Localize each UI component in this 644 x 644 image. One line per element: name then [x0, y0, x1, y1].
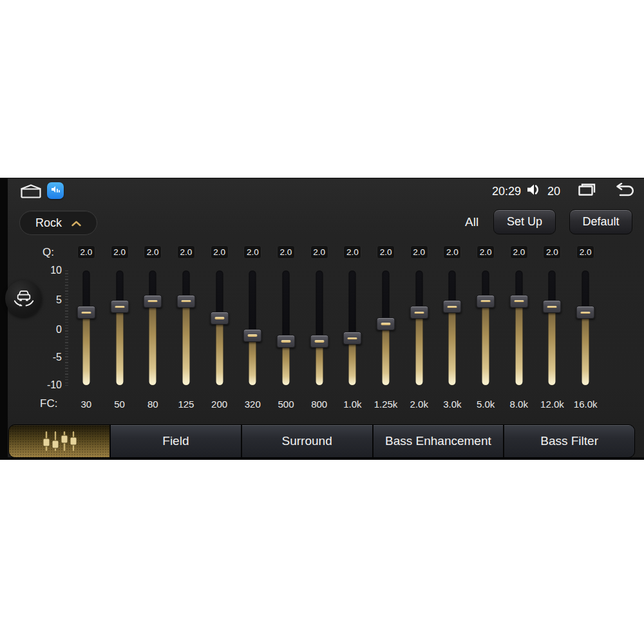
- fc-label-8.0k: 8.0k: [510, 399, 528, 410]
- thumb-dash: [281, 340, 290, 343]
- slider-thumb-1.25k[interactable]: [377, 317, 395, 330]
- slider-thumb-16.0k[interactable]: [576, 306, 595, 319]
- slider-fill: [482, 301, 489, 386]
- all-label[interactable]: All: [465, 215, 478, 229]
- eq-band-slider-3.0k[interactable]: [436, 270, 469, 385]
- setup-button[interactable]: Set Up: [493, 209, 556, 234]
- slider-thumb-2.0k[interactable]: [410, 306, 428, 319]
- tab-label-bass-enhancement: Bass Enhancement: [385, 434, 491, 448]
- eq-band-slider-1.0k[interactable]: [336, 270, 370, 385]
- fc-label-1.25k: 1.25k: [374, 399, 398, 410]
- tab-equalizer[interactable]: [9, 425, 109, 457]
- recent-apps-button[interactable]: [577, 182, 597, 200]
- q-value-12.0k[interactable]: 2.0: [543, 245, 561, 259]
- slider-fill: [549, 307, 556, 385]
- q-row-label: Q:: [43, 246, 54, 259]
- q-value-1.25k[interactable]: 2.0: [377, 245, 395, 259]
- eq-band-slider-320[interactable]: [236, 270, 269, 385]
- tab-surround[interactable]: Surround: [241, 425, 372, 457]
- slider-fill: [582, 312, 589, 385]
- slider-thumb-8.0k[interactable]: [509, 295, 528, 308]
- slider-thumb-80[interactable]: [144, 295, 162, 308]
- eq-band-slider-2.0k[interactable]: [402, 270, 436, 385]
- thumb-dash: [314, 340, 324, 343]
- eq-band-slider-200[interactable]: [203, 270, 236, 385]
- slider-thumb-3.0k[interactable]: [443, 300, 462, 313]
- q-value-80[interactable]: 2.0: [144, 245, 162, 259]
- slider-thumb-800[interactable]: [310, 335, 328, 348]
- q-value-3.0k[interactable]: 2.0: [443, 245, 461, 259]
- q-value-50[interactable]: 2.0: [111, 245, 129, 259]
- tab-field[interactable]: Field: [109, 425, 241, 457]
- eq-band-slider-80[interactable]: [136, 270, 169, 385]
- q-value-200[interactable]: 2.0: [211, 245, 229, 259]
- slider-thumb-1.0k[interactable]: [343, 332, 362, 345]
- slider-thumb-5.0k[interactable]: [477, 295, 495, 308]
- eq-app-button[interactable]: [47, 182, 64, 199]
- slider-thumb-320[interactable]: [243, 329, 262, 342]
- q-value-800[interactable]: 2.0: [310, 245, 328, 259]
- fc-cell-1.0k: 1.0k: [336, 397, 370, 410]
- back-button[interactable]: [614, 183, 635, 200]
- eq-band-slider-800[interactable]: [303, 270, 336, 385]
- fc-cell-800: 800: [303, 397, 336, 410]
- tab-bass-enhancement[interactable]: Bass Enhancement: [372, 425, 504, 457]
- q-value-500[interactable]: 2.0: [277, 245, 295, 259]
- fc-label-500: 500: [278, 399, 294, 410]
- q-cell-50: 2.0: [103, 245, 137, 259]
- fc-label-5.0k: 5.0k: [477, 399, 495, 410]
- home-button[interactable]: [19, 184, 43, 199]
- eq-band-slider-50[interactable]: [103, 270, 137, 385]
- q-value-320[interactable]: 2.0: [243, 245, 261, 259]
- eq-band-slider-5.0k[interactable]: [469, 270, 502, 385]
- eq-band-slider-12.0k[interactable]: [536, 270, 569, 385]
- eq-band-slider-16.0k[interactable]: [569, 270, 602, 385]
- slider-thumb-30[interactable]: [77, 306, 95, 319]
- eq-band-slider-500[interactable]: [269, 270, 303, 385]
- fc-cell-50: 50: [103, 397, 137, 410]
- thumb-dash: [148, 300, 158, 303]
- slider-thumb-500[interactable]: [276, 335, 295, 348]
- fc-label-125: 125: [178, 399, 194, 410]
- fc-cell-16.0k: 16.0k: [569, 397, 602, 410]
- slider-thumb-125[interactable]: [176, 295, 195, 308]
- q-value-30[interactable]: 2.0: [77, 245, 95, 259]
- q-cell-30: 2.0: [70, 245, 103, 259]
- q-cell-12.0k: 2.0: [536, 245, 569, 259]
- slider-fill: [116, 307, 123, 385]
- thumb-dash: [181, 300, 191, 303]
- q-value-8.0k[interactable]: 2.0: [510, 245, 528, 259]
- slider-fill: [415, 312, 422, 385]
- fc-label-30: 30: [81, 399, 92, 410]
- default-button[interactable]: Default: [569, 209, 632, 234]
- slider-thumb-50[interactable]: [110, 300, 129, 313]
- tab-bass-filter[interactable]: Bass Filter: [503, 425, 634, 457]
- preset-dropdown[interactable]: Rock: [19, 211, 97, 235]
- eq-band-slider-1.25k[interactable]: [369, 270, 402, 385]
- home-icon: [19, 190, 43, 201]
- q-cell-200: 2.0: [203, 245, 236, 259]
- slider-thumb-12.0k[interactable]: [543, 300, 562, 313]
- q-value-5.0k[interactable]: 2.0: [477, 245, 495, 259]
- eq-band-slider-8.0k[interactable]: [502, 270, 536, 385]
- fc-label-2.0k: 2.0k: [410, 399, 428, 410]
- slider-thumb-200[interactable]: [210, 312, 229, 325]
- gain-tick-ruler: [65, 270, 68, 386]
- fc-label-1.0k: 1.0k: [343, 399, 361, 410]
- sound-field-button[interactable]: [5, 280, 42, 317]
- chevron-up-icon: [71, 216, 81, 230]
- eq-band-slider-125[interactable]: [169, 270, 203, 385]
- q-cell-16.0k: 2.0: [569, 245, 602, 259]
- q-value-16.0k[interactable]: 2.0: [576, 245, 594, 259]
- bottom-tab-bar: FieldSurroundBass EnhancementBass Filter: [8, 424, 635, 458]
- fc-cell-5.0k: 5.0k: [469, 397, 502, 410]
- eq-band-slider-30[interactable]: [70, 270, 103, 385]
- q-cell-2.0k: 2.0: [402, 245, 436, 259]
- q-value-125[interactable]: 2.0: [177, 245, 195, 259]
- q-value-2.0k[interactable]: 2.0: [410, 245, 428, 259]
- thumb-dash: [481, 300, 491, 303]
- slider-fill: [316, 341, 323, 385]
- thumb-dash: [214, 317, 224, 319]
- q-value-1.0k[interactable]: 2.0: [343, 245, 361, 259]
- thumb-dash: [248, 334, 258, 337]
